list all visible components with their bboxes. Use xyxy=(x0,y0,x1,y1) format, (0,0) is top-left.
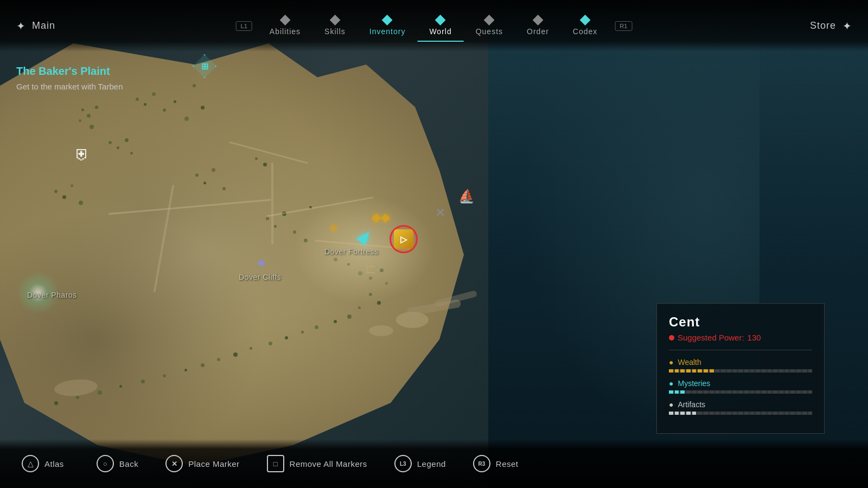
stat-segment xyxy=(733,390,737,394)
mysteries-text: Mysteries xyxy=(678,379,710,388)
stat-segment xyxy=(710,412,714,415)
remove-markers-action[interactable]: □ Remove All Markers xyxy=(267,455,367,472)
abilities-label: Abilities xyxy=(270,27,301,36)
close-marker[interactable]: ✕ xyxy=(435,206,445,220)
tree-52 xyxy=(217,358,220,361)
stat-segment xyxy=(727,390,731,394)
stat-segment xyxy=(686,412,691,415)
artifacts-bar xyxy=(669,412,812,415)
artifacts-bullet: ● xyxy=(669,400,673,409)
top-navigation: ✦ Main L1 Abilities Skills Inventory Wor… xyxy=(0,0,868,52)
tree-13 xyxy=(201,106,205,110)
helmet-marker[interactable]: ⛨ xyxy=(75,145,90,163)
legend-btn-icon: L3 xyxy=(400,461,406,467)
tree-54 xyxy=(184,369,187,371)
stat-segment xyxy=(768,390,772,394)
tree-59 xyxy=(76,396,79,399)
nav-codex[interactable]: Codex xyxy=(561,12,609,40)
tree-19 xyxy=(62,195,66,199)
player-marker xyxy=(360,230,371,243)
codex-label: Codex xyxy=(573,27,597,36)
stat-segment xyxy=(750,390,755,394)
back-button[interactable]: ○ xyxy=(97,455,114,472)
stat-segment xyxy=(790,412,795,415)
tree-23 xyxy=(203,182,206,184)
tree-18 xyxy=(54,190,58,193)
trigger-right[interactable]: R1 xyxy=(615,21,632,31)
tree-51 xyxy=(233,352,238,357)
tree-10 xyxy=(174,100,176,103)
store-label[interactable]: Store xyxy=(810,20,836,31)
tree-22 xyxy=(195,174,199,177)
wealth-stat: ● Wealth xyxy=(669,358,812,373)
nav-world[interactable]: World xyxy=(417,12,463,40)
quest-marker[interactable]: ▷ xyxy=(390,225,418,253)
region-power: Suggested Power: 130 xyxy=(669,333,812,350)
tree-6 xyxy=(136,98,139,101)
nav-order[interactable]: Order xyxy=(515,12,561,40)
wealth-marker-2[interactable]: ◆ xyxy=(330,221,337,233)
nav-inventory[interactable]: Inventory xyxy=(358,12,418,40)
monument-marker[interactable]: ⊏ xyxy=(365,261,376,277)
stat-segment xyxy=(669,369,673,373)
ship-marker[interactable]: ⛵ xyxy=(458,189,475,204)
back-action[interactable]: ○ Back xyxy=(97,455,138,472)
legend-button[interactable]: L3 xyxy=(394,455,412,472)
atlas-label: Atlas xyxy=(44,459,64,468)
tree-8 xyxy=(152,92,156,96)
remove-markers-button[interactable]: □ xyxy=(267,455,284,472)
stat-segment xyxy=(716,390,720,394)
stat-segment xyxy=(785,390,789,394)
reset-button[interactable]: R3 xyxy=(473,455,490,472)
stat-segment xyxy=(721,390,725,394)
stat-segment xyxy=(675,412,679,415)
stat-segment xyxy=(802,369,807,373)
stat-segment xyxy=(750,412,755,415)
place-marker-action[interactable]: ✕ Place Marker xyxy=(165,455,239,472)
small-diamond-marker[interactable] xyxy=(259,260,264,266)
back-label: Back xyxy=(119,459,138,468)
abilities-diamond xyxy=(280,15,291,25)
nav-quests[interactable]: Quests xyxy=(464,12,515,40)
nav-skills[interactable]: Skills xyxy=(312,12,358,40)
tree-58 xyxy=(98,390,102,395)
wealth-marker-1[interactable]: ◆◆ xyxy=(372,210,390,224)
trigger-left[interactable]: L1 xyxy=(236,21,252,31)
stat-segment xyxy=(744,369,749,373)
stat-segment xyxy=(768,412,772,415)
stat-segment xyxy=(675,390,679,394)
reset-action[interactable]: R3 Reset xyxy=(473,455,519,472)
tree-3 xyxy=(95,106,98,109)
stat-segment xyxy=(692,369,697,373)
nav-abilities[interactable]: Abilities xyxy=(258,12,312,40)
place-btn-icon: ✕ xyxy=(171,460,177,468)
stat-segment xyxy=(716,412,720,415)
stat-segment xyxy=(704,412,708,415)
stat-segment xyxy=(756,412,760,415)
stat-segment xyxy=(738,369,743,373)
atlas-action[interactable]: △ Atlas xyxy=(22,455,64,472)
tree-28 xyxy=(266,217,269,220)
stat-segment xyxy=(768,369,772,373)
tree-4 xyxy=(79,119,81,122)
stat-segment xyxy=(779,369,783,373)
stat-segment xyxy=(716,369,720,373)
tree-15 xyxy=(117,146,119,149)
stat-segment xyxy=(698,390,702,394)
legend-action[interactable]: L3 Legend xyxy=(394,455,446,472)
atlas-button[interactable]: △ xyxy=(22,455,39,472)
bottom-bar: △ Atlas ○ Back ✕ Place Marker □ Remove A… xyxy=(0,439,868,488)
stat-segment xyxy=(680,412,685,415)
rune-marker[interactable]: ⊞ xyxy=(193,54,216,78)
stat-segment xyxy=(692,390,697,394)
stat-segment xyxy=(808,390,813,394)
stat-segment xyxy=(675,369,679,373)
inventory-label: Inventory xyxy=(369,27,406,36)
main-icon: ✦ xyxy=(16,20,25,33)
main-nav-label[interactable]: Main xyxy=(32,20,55,31)
stat-segment xyxy=(692,412,697,415)
stat-segment xyxy=(698,369,702,373)
tree-49 xyxy=(269,342,272,345)
small-island-2 xyxy=(369,325,393,336)
place-marker-button[interactable]: ✕ xyxy=(165,455,183,472)
